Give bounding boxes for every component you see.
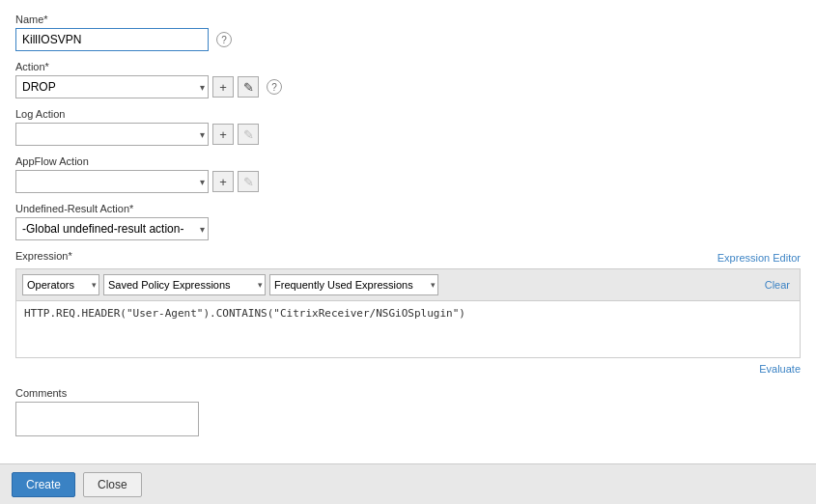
comments-section: Comments bbox=[15, 387, 801, 439]
saved-policy-select-wrap: Saved Policy Expressions ▾ bbox=[103, 274, 266, 295]
appflow-action-select[interactable] bbox=[15, 170, 209, 193]
action-help-icon[interactable]: ? bbox=[267, 79, 282, 95]
expression-header: Expression* Expression Editor bbox=[15, 250, 801, 265]
action-select-wrap: DROP ALLOW RESET ▾ bbox=[15, 75, 209, 98]
clear-btn[interactable]: Clear bbox=[761, 279, 794, 291]
evaluate-row: Evaluate bbox=[15, 362, 801, 376]
undefined-result-label: Undefined-Result Action* bbox=[15, 203, 801, 214]
expression-value: HTTP.REQ.HEADER("User-Agent").CONTAINS("… bbox=[24, 307, 792, 320]
appflow-action-select-wrap: ▾ bbox=[15, 170, 209, 193]
freq-used-select[interactable]: Frequently Used Expressions bbox=[269, 274, 438, 295]
expression-editor-link[interactable]: Expression Editor bbox=[718, 252, 801, 264]
expression-label: Expression* bbox=[15, 250, 72, 262]
log-action-row: Log Action ▾ + ✎ bbox=[15, 108, 801, 146]
comments-input[interactable] bbox=[15, 402, 199, 436]
appflow-action-label: AppFlow Action bbox=[15, 155, 801, 167]
action-select[interactable]: DROP ALLOW RESET bbox=[15, 75, 209, 98]
undefined-result-select[interactable]: -Global undefined-result action- bbox=[15, 217, 209, 240]
appflow-action-edit-btn[interactable]: ✎ bbox=[238, 171, 259, 192]
comments-label: Comments bbox=[15, 387, 801, 399]
log-action-select[interactable] bbox=[15, 123, 209, 146]
log-action-edit-btn[interactable]: ✎ bbox=[238, 124, 259, 145]
log-action-add-btn[interactable]: + bbox=[212, 124, 234, 145]
close-button[interactable]: Close bbox=[83, 472, 142, 497]
saved-policy-select[interactable]: Saved Policy Expressions bbox=[103, 274, 266, 295]
name-row: Name* ? bbox=[15, 14, 801, 51]
undefined-result-select-wrap: -Global undefined-result action- ▾ bbox=[15, 217, 209, 240]
name-input[interactable] bbox=[15, 28, 209, 51]
action-label: Action* bbox=[15, 61, 801, 72]
name-help-icon[interactable]: ? bbox=[216, 32, 232, 47]
operators-select-wrap: Operators ▾ bbox=[22, 274, 99, 295]
form-container: Name* ? Action* DROP ALLOW RESET ▾ + ✎ ?… bbox=[0, 0, 816, 454]
freq-used-select-wrap: Frequently Used Expressions ▾ bbox=[269, 274, 438, 295]
undefined-result-row: Undefined-Result Action* -Global undefin… bbox=[15, 203, 801, 240]
operators-select[interactable]: Operators bbox=[22, 274, 99, 295]
footer-bar: Create Close bbox=[0, 463, 816, 504]
expression-toolbar: Operators ▾ Saved Policy Expressions ▾ F… bbox=[15, 268, 801, 300]
expression-textarea[interactable]: HTTP.REQ.HEADER("User-Agent").CONTAINS("… bbox=[15, 300, 801, 358]
log-action-select-wrap: ▾ bbox=[15, 123, 209, 146]
action-add-btn[interactable]: + bbox=[212, 76, 234, 98]
appflow-action-row: AppFlow Action ▾ + ✎ bbox=[15, 155, 801, 193]
name-label: Name* bbox=[15, 14, 801, 25]
evaluate-link[interactable]: Evaluate bbox=[759, 363, 801, 375]
action-edit-btn[interactable]: ✎ bbox=[238, 76, 259, 98]
action-row: Action* DROP ALLOW RESET ▾ + ✎ ? bbox=[15, 61, 801, 98]
log-action-label: Log Action bbox=[15, 108, 801, 120]
create-button[interactable]: Create bbox=[12, 472, 75, 497]
expression-section: Expression* Expression Editor Operators … bbox=[15, 250, 801, 376]
appflow-action-add-btn[interactable]: + bbox=[212, 171, 234, 192]
